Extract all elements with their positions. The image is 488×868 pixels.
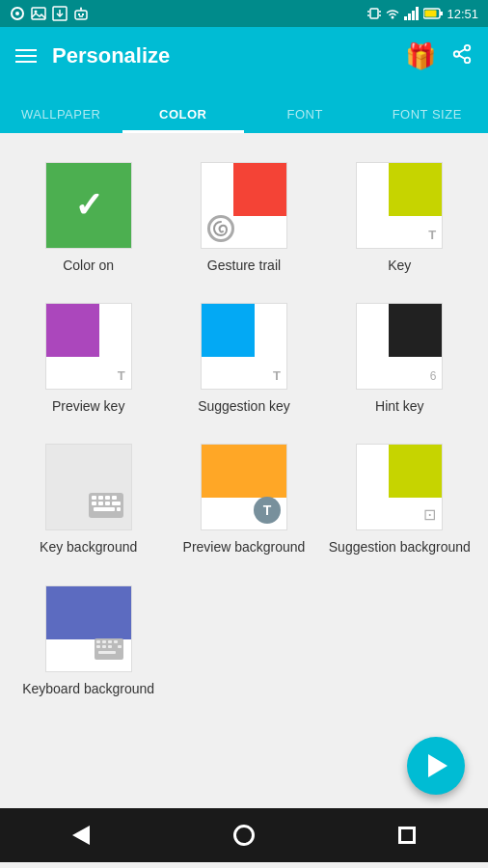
color-item-key-background[interactable]: Key background bbox=[15, 434, 161, 565]
svg-rect-36 bbox=[92, 502, 96, 505]
play-fab[interactable] bbox=[407, 737, 465, 795]
key-t-label: T bbox=[428, 228, 436, 242]
time-display: 12:51 bbox=[447, 7, 478, 21]
svg-rect-48 bbox=[102, 645, 106, 648]
svg-rect-44 bbox=[102, 640, 106, 643]
key-lime-block bbox=[389, 163, 442, 216]
signal-icon bbox=[404, 7, 420, 20]
color-item-keyboard-background[interactable]: Keyboard background bbox=[15, 576, 161, 707]
swatch-hint-key: 6 bbox=[356, 303, 443, 390]
image-icon bbox=[31, 6, 46, 21]
kb-bg-purple-block bbox=[46, 586, 131, 639]
preview-key-t-label: T bbox=[118, 368, 125, 383]
tab-bar: WALLPAPER COLOR FONT FONT SIZE bbox=[0, 85, 488, 133]
svg-rect-20 bbox=[412, 11, 415, 20]
keyboard-icon bbox=[95, 638, 123, 660]
hint-key-label: Hint key bbox=[375, 397, 424, 415]
wifi-icon bbox=[385, 6, 400, 21]
tab-color[interactable]: COLOR bbox=[122, 107, 245, 133]
svg-rect-51 bbox=[118, 645, 122, 648]
svg-rect-45 bbox=[108, 640, 112, 643]
checkmark-icon: ✓ bbox=[74, 185, 103, 226]
recents-button[interactable] bbox=[383, 811, 431, 859]
svg-rect-49 bbox=[108, 645, 112, 648]
key-label: Key bbox=[388, 257, 411, 274]
svg-rect-32 bbox=[92, 496, 96, 500]
swatch-key: T bbox=[356, 162, 443, 249]
svg-rect-34 bbox=[105, 496, 110, 500]
svg-rect-38 bbox=[105, 502, 110, 505]
swatch-keyboard-background bbox=[45, 585, 132, 672]
swatch-preview-background: T bbox=[201, 444, 287, 530]
svg-rect-21 bbox=[416, 7, 419, 20]
back-icon bbox=[72, 826, 90, 845]
color-item-suggestion-background[interactable]: ⊡ Suggestion background bbox=[327, 434, 473, 565]
hint-key-black-block bbox=[389, 304, 442, 357]
svg-rect-12 bbox=[370, 9, 378, 18]
gesture-trail-label: Gesture trail bbox=[207, 257, 281, 274]
gift-icon[interactable]: 🎁 bbox=[405, 41, 436, 71]
suggestion-key-label: Suggestion key bbox=[198, 397, 290, 415]
swatch-color-on: ✓ bbox=[45, 162, 132, 249]
suggestion-bg-lime-block bbox=[389, 445, 442, 498]
robot-icon bbox=[73, 6, 89, 21]
svg-rect-19 bbox=[408, 14, 411, 20]
svg-rect-40 bbox=[94, 507, 115, 511]
color-item-preview-key[interactable]: T Preview key bbox=[15, 293, 161, 424]
svg-line-30 bbox=[459, 49, 465, 53]
tab-wallpaper[interactable]: WALLPAPER bbox=[0, 107, 122, 133]
color-grid: ✓ Color on Gesture trail T Key bbox=[0, 133, 488, 726]
preview-key-label: Preview key bbox=[52, 397, 124, 415]
battery-icon bbox=[423, 8, 443, 19]
color-item-key[interactable]: T Key bbox=[327, 152, 473, 284]
svg-point-3 bbox=[35, 11, 38, 14]
suggestion-key-blue-block bbox=[202, 304, 255, 357]
main-area: ✓ Color on Gesture trail T Key bbox=[0, 133, 488, 862]
suggestion-background-label: Suggestion background bbox=[329, 538, 471, 556]
app-header: Personalize 🎁 bbox=[0, 27, 488, 85]
svg-rect-43 bbox=[96, 640, 100, 643]
svg-rect-39 bbox=[112, 502, 121, 505]
svg-rect-6 bbox=[75, 11, 87, 19]
svg-rect-23 bbox=[425, 11, 437, 17]
play-icon bbox=[428, 754, 447, 777]
svg-rect-50 bbox=[98, 651, 116, 654]
navigation-bar bbox=[0, 808, 488, 862]
color-item-suggestion-key[interactable]: T Suggestion key bbox=[171, 293, 316, 424]
tab-font-size[interactable]: FONT SIZE bbox=[366, 107, 489, 133]
svg-rect-35 bbox=[112, 496, 117, 500]
download-icon bbox=[52, 6, 68, 21]
preview-background-label: Preview background bbox=[183, 538, 306, 556]
preview-bg-t-icon: T bbox=[254, 497, 281, 524]
color-item-gesture-trail[interactable]: Gesture trail bbox=[171, 152, 316, 284]
color-item-preview-background[interactable]: T Preview background bbox=[171, 434, 316, 565]
status-bar: 12:51 bbox=[0, 0, 488, 27]
preview-bg-orange-block bbox=[202, 445, 286, 498]
svg-rect-33 bbox=[98, 496, 103, 500]
svg-rect-2 bbox=[32, 8, 45, 19]
page-title: Personalize bbox=[52, 43, 390, 68]
tab-font[interactable]: FONT bbox=[244, 107, 366, 133]
gesture-red-block bbox=[233, 163, 286, 216]
color-item-color-on[interactable]: ✓ Color on bbox=[15, 152, 161, 284]
color-item-hint-key[interactable]: 6 Hint key bbox=[327, 293, 473, 424]
home-button[interactable] bbox=[220, 811, 268, 859]
preview-key-purple-block bbox=[46, 304, 99, 357]
swatch-gesture-trail bbox=[201, 162, 287, 249]
svg-point-1 bbox=[15, 12, 19, 15]
swatch-suggestion-key: T bbox=[201, 303, 287, 390]
hint-key-num-label: 6 bbox=[430, 369, 437, 383]
home-icon bbox=[233, 825, 255, 846]
share-icon[interactable] bbox=[451, 43, 473, 68]
circle-icon bbox=[10, 6, 25, 21]
recents-icon bbox=[398, 827, 416, 844]
svg-rect-8 bbox=[82, 14, 84, 15]
suggestion-key-t-label: T bbox=[273, 368, 281, 383]
back-button[interactable] bbox=[57, 811, 105, 859]
hamburger-menu[interactable] bbox=[15, 49, 37, 63]
suggestion-bg-image-icon: ⊡ bbox=[423, 505, 436, 524]
swatch-key-background bbox=[45, 444, 132, 530]
svg-point-11 bbox=[80, 8, 82, 10]
keyboard-background-label: Keyboard background bbox=[22, 680, 154, 697]
status-icons-left bbox=[10, 6, 89, 21]
